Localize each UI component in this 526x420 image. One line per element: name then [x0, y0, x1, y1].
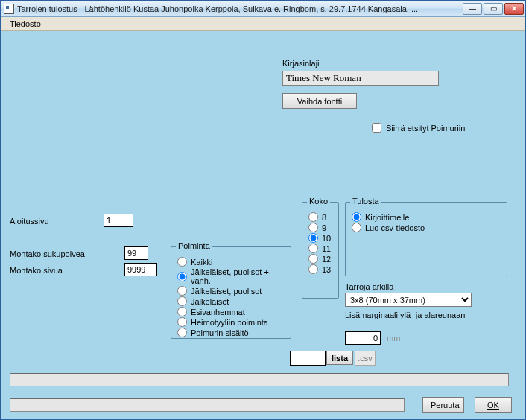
poiminta-radio[interactable]	[177, 296, 187, 306]
tulosta-option[interactable]: Kirjoittimelle	[352, 212, 501, 222]
generations-input[interactable]	[124, 246, 148, 260]
window-title: Tarrojen tulostus - Lähtöhenkilö Kustaa …	[17, 4, 463, 13]
koko-option[interactable]: 13	[308, 264, 332, 274]
poiminta-option[interactable]: Kaikki	[177, 257, 285, 267]
tulosta-group: Tulosta KirjoittimelleLuo csv-tiedosto	[345, 202, 507, 276]
status-bar-1	[10, 373, 509, 386]
poiminta-label: Heimotyyliin poiminta	[191, 318, 268, 327]
ok-button[interactable]: OK	[475, 397, 512, 413]
poiminta-label: Esivanhemmat	[191, 308, 245, 316]
poiminta-label: Jälkeläiset, puolisot	[191, 287, 262, 296]
poiminta-group: Poiminta KaikkiJälkeläiset, puolisot + v…	[171, 246, 291, 339]
poiminta-legend: Poiminta	[176, 241, 212, 250]
margin-input[interactable]	[345, 331, 381, 345]
lista-button[interactable]: lista	[326, 351, 353, 365]
poiminta-label: Kaikki	[191, 258, 212, 267]
koko-label: 12	[322, 255, 331, 264]
koko-option[interactable]: 9	[308, 223, 332, 232]
koko-option[interactable]: 10	[308, 233, 332, 243]
close-button[interactable]: ✕	[504, 3, 524, 15]
koko-radio[interactable]	[308, 223, 318, 232]
poiminta-radio[interactable]	[177, 317, 187, 327]
ok-button-label: OK	[487, 401, 499, 410]
transfer-checkbox[interactable]: Siirrä etsityt Poimuriin	[372, 123, 465, 133]
koko-radio[interactable]	[308, 264, 318, 274]
poiminta-radio[interactable]	[177, 286, 187, 296]
koko-radio[interactable]	[308, 233, 318, 243]
csv-ext-label: .csv	[355, 351, 376, 366]
sheet-label: Tarroja arkilla	[345, 282, 393, 291]
koko-legend: Koko	[307, 197, 330, 206]
font-label: Kirjasinlaji	[282, 59, 320, 68]
koko-label: 10	[322, 234, 331, 243]
poiminta-radio[interactable]	[177, 307, 187, 316]
koko-radio[interactable]	[308, 254, 318, 264]
tulosta-option[interactable]: Luo csv-tiedosto	[352, 223, 501, 232]
sheet-select[interactable]: 3x8 (70mm x 37mm)	[345, 293, 472, 307]
poiminta-radio[interactable]	[177, 328, 187, 337]
poiminta-label: Poimurin sisältö	[191, 328, 249, 337]
poiminta-option[interactable]: Jälkeläiset	[177, 296, 285, 306]
margin-unit: mm	[387, 334, 400, 343]
koko-label: 13	[322, 265, 331, 274]
koko-radio[interactable]	[308, 244, 318, 253]
start-page-input[interactable]	[104, 214, 133, 227]
koko-label: 11	[322, 244, 331, 253]
poiminta-option[interactable]: Esivanhemmat	[177, 307, 285, 316]
window: Tarrojen tulostus - Lähtöhenkilö Kustaa …	[0, 0, 526, 420]
titlebar: Tarrojen tulostus - Lähtöhenkilö Kustaa …	[1, 1, 525, 17]
margin-label: Lisämarginaali ylä- ja alareunaan	[345, 311, 465, 319]
window-buttons: — ▭ ✕	[463, 3, 524, 15]
tulosta-radio[interactable]	[352, 223, 361, 232]
minimize-button[interactable]: —	[463, 3, 482, 15]
poiminta-label: Jälkeläiset	[191, 297, 229, 306]
client-area: Kirjasinlaji Times New Roman Vaihda font…	[1, 31, 525, 419]
poiminta-option[interactable]: Jälkeläiset, puolisot + vanh.	[177, 267, 285, 285]
transfer-checkbox-input[interactable]	[372, 123, 381, 133]
koko-label: 8	[322, 213, 326, 222]
menu-file[interactable]: Tiedosto	[4, 19, 47, 29]
poiminta-radio[interactable]	[177, 272, 187, 281]
koko-group: Koko 8910111213	[302, 202, 339, 299]
status-bar-2	[10, 398, 405, 412]
koko-option[interactable]: 8	[308, 212, 332, 222]
tulosta-radio[interactable]	[352, 212, 361, 222]
poiminta-option[interactable]: Poimurin sisältö	[177, 328, 285, 337]
tulosta-legend: Tulosta	[350, 197, 381, 206]
font-display: Times New Roman	[282, 71, 439, 86]
list-name-input[interactable]	[290, 351, 326, 366]
app-icon	[4, 4, 14, 14]
transfer-checkbox-label: Siirrä etsityt Poimuriin	[386, 124, 465, 133]
tulosta-label: Luo csv-tiedosto	[365, 223, 425, 232]
tulosta-label: Kirjoittimelle	[365, 213, 409, 222]
change-font-button[interactable]: Vaihda fontti	[282, 93, 357, 109]
poiminta-option[interactable]: Jälkeläiset, puolisot	[177, 286, 285, 296]
menubar: Tiedosto	[1, 17, 525, 31]
generations-label: Montako sukupolvea	[10, 249, 85, 258]
pages-input[interactable]	[124, 263, 157, 276]
maximize-button[interactable]: ▭	[484, 3, 503, 15]
koko-option[interactable]: 12	[308, 254, 332, 264]
cancel-button[interactable]: Peruuta	[422, 397, 464, 413]
koko-option[interactable]: 11	[308, 244, 332, 253]
koko-label: 9	[322, 223, 326, 232]
poiminta-option[interactable]: Heimotyyliin poiminta	[177, 317, 285, 327]
poiminta-radio[interactable]	[177, 257, 187, 267]
koko-radio[interactable]	[308, 212, 318, 222]
pages-label: Montako sivua	[10, 266, 63, 275]
poiminta-label: Jälkeläiset, puolisot + vanh.	[191, 267, 285, 285]
start-page-label: Aloitussivu	[10, 217, 49, 226]
